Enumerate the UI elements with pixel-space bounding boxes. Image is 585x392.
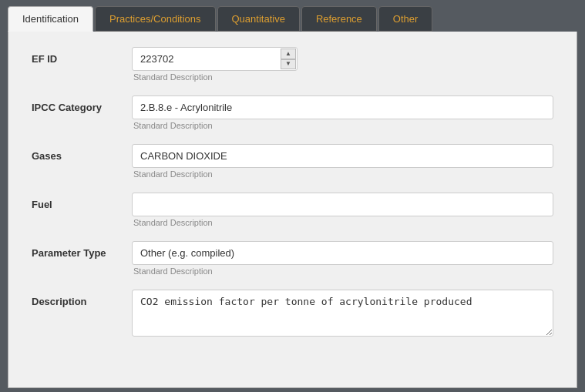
tab-quantitative[interactable]: Quantitative <box>217 6 300 32</box>
gases-row: Gases Standard Description <box>32 144 553 179</box>
ef-id-input[interactable] <box>132 47 298 71</box>
ef-id-spinner: ▲ ▼ <box>281 49 296 69</box>
gases-desc: Standard Description <box>132 169 553 179</box>
description-field <box>132 290 553 339</box>
description-label: Description <box>32 290 132 307</box>
spinner-down[interactable]: ▼ <box>281 59 296 70</box>
ef-id-wrapper: ▲ ▼ <box>132 47 298 71</box>
gases-label: Gases <box>32 144 132 162</box>
ipcc-category-input[interactable] <box>132 95 553 119</box>
fuel-row: Fuel Standard Description <box>32 193 553 227</box>
description-row: Description <box>32 290 553 339</box>
parameter-type-field: Standard Description <box>132 241 553 276</box>
tab-bar: Identification Practices/Conditions Quan… <box>0 0 585 32</box>
ipcc-category-desc: Standard Description <box>132 121 553 130</box>
tab-practices-conditions[interactable]: Practices/Conditions <box>95 6 216 32</box>
ipcc-category-field: Standard Description <box>132 95 553 130</box>
tab-other[interactable]: Other <box>378 6 433 32</box>
main-content: EF ID ▲ ▼ Standard Description IPCC Cate… <box>8 32 577 388</box>
gases-field: Standard Description <box>132 144 553 179</box>
ef-id-desc: Standard Description <box>132 72 553 82</box>
description-input[interactable] <box>132 290 553 337</box>
fuel-desc: Standard Description <box>132 218 553 227</box>
gases-input[interactable] <box>132 144 553 168</box>
fuel-field: Standard Description <box>132 193 553 227</box>
tab-reference[interactable]: Reference <box>301 6 377 32</box>
ipcc-category-label: IPCC Category <box>32 95 132 113</box>
spinner-up[interactable]: ▲ <box>281 49 296 59</box>
ef-id-field: ▲ ▼ Standard Description <box>132 47 553 82</box>
ef-id-label: EF ID <box>32 47 132 65</box>
parameter-type-label: Parameter Type <box>32 241 132 259</box>
fuel-input[interactable] <box>132 193 553 216</box>
tab-identification[interactable]: Identification <box>8 6 93 32</box>
parameter-type-input[interactable] <box>132 241 553 265</box>
ef-id-row: EF ID ▲ ▼ Standard Description <box>32 47 553 82</box>
parameter-type-desc: Standard Description <box>132 266 553 276</box>
ipcc-category-row: IPCC Category Standard Description <box>32 95 553 130</box>
fuel-label: Fuel <box>32 193 132 210</box>
parameter-type-row: Parameter Type Standard Description <box>32 241 553 276</box>
